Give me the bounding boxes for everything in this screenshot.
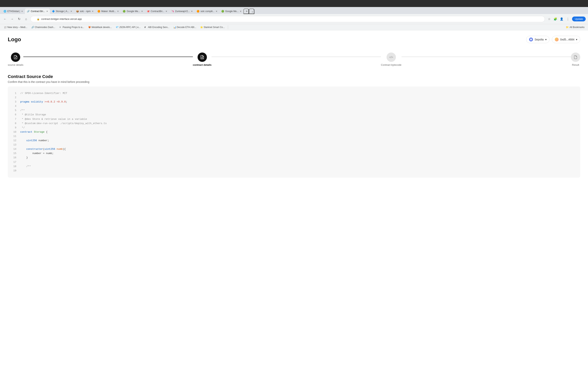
step-contract-details: contract details <box>193 53 211 66</box>
tab-solc-npm[interactable]: 📦 solc - npm ✕ <box>74 9 95 14</box>
tab-close-icon[interactable]: ✕ <box>117 10 119 13</box>
tab-close-icon[interactable]: ✕ <box>92 10 94 13</box>
code-content: pragma solidity >=0.8.2 <0.9.0; <box>20 100 67 104</box>
step-connector-3 <box>401 57 571 57</box>
code-content: */ <box>20 126 25 130</box>
bookmark-favicon: # <box>145 26 147 29</box>
back-button[interactable]: ← <box>2 16 8 22</box>
tab-label: Google Me... <box>126 10 140 13</box>
bookmark-metamask[interactable]: 🦊 MetaMask develo... <box>86 25 113 29</box>
bookmarks-divider <box>228 25 228 29</box>
tab-favicon: 🌐 <box>3 10 6 13</box>
chevron-down-icon: ▾ <box>576 38 577 41</box>
line-number: 17 <box>12 160 16 164</box>
address-bar[interactable]: 🔒 contract-bridger-interface.vercel.app <box>30 16 545 22</box>
bookmark-starknet[interactable]: ⭐ Starknet Smart Co... <box>199 25 226 29</box>
network-icon <box>529 38 533 42</box>
tab-maker[interactable]: 🟠 Maker: Multi... ✕ <box>95 9 121 14</box>
wallet-selector[interactable]: 0xd5...4684 ▾ <box>552 36 580 43</box>
tab-ethglobal[interactable]: 🌐 ETHGlobal | ✕ <box>1 9 25 14</box>
code-line-15: 15 number = numb; <box>12 151 576 156</box>
tab-contractbri-github[interactable]: 🐙 ContractBri... ✕ <box>145 9 169 14</box>
tab-list-button[interactable]: ⌄ <box>249 9 254 14</box>
bookmark-label: MetaMask develo... <box>92 26 112 29</box>
bookmark-decode-eth[interactable]: 📊 Decode ETH ABI... <box>172 25 198 29</box>
tab-google-meet-1[interactable]: 🟢 Google Me... ✕ <box>121 9 145 14</box>
code-content <box>20 169 22 173</box>
wallet-address: 0xd5...4684 <box>560 38 574 41</box>
tab-favicon: 🔗 <box>27 10 30 13</box>
bookmark-json-rpc[interactable]: 💎 JSON-RPC API | e... <box>114 25 142 29</box>
tab-close-icon[interactable]: ✕ <box>21 10 23 13</box>
line-number: 6 <box>12 113 16 117</box>
tab-google-meet-2[interactable]: 🟢 Google Me... ✕ <box>219 9 243 14</box>
bookmark-star-icon[interactable]: ☆ <box>546 16 552 22</box>
all-bookmarks-button[interactable]: 📁 All Bookmarks <box>565 25 586 29</box>
tab-close-icon[interactable]: ✕ <box>216 10 217 13</box>
code-content: /** <box>20 108 25 113</box>
bookmark-favicon: 💎 <box>116 26 118 29</box>
line-number: 1 <box>12 91 16 95</box>
step-source-details: source details <box>8 53 23 66</box>
line-number: 15 <box>12 151 16 156</box>
bookmark-passing-props[interactable]: ⚛ Passing Props to a... <box>58 25 86 29</box>
forward-button[interactable]: → <box>9 16 15 22</box>
code-content: * @custom:dev-run-script ./scripts/deplo… <box>20 121 107 126</box>
tab-close-icon[interactable]: ✕ <box>46 10 48 13</box>
step-result: Result <box>571 53 580 66</box>
tab-close-icon[interactable]: ✕ <box>240 10 242 13</box>
bookmark-chainnodes[interactable]: 🔗 Chainnodes Dash... <box>30 25 57 29</box>
all-bookmarks-label: All Bookmarks <box>569 26 585 29</box>
tab-contract-bridger[interactable]: 🔗 Contract Bri... ✕ <box>25 9 50 14</box>
menu-icon[interactable]: ⋮ <box>565 16 570 22</box>
code-line-10: 10 contract Storage { <box>12 130 576 134</box>
code-content <box>20 160 22 164</box>
tab-close-icon[interactable]: ✕ <box>166 10 167 13</box>
tab-favicon: 🟠 <box>97 10 100 13</box>
code-line-4: 4 <box>12 104 576 108</box>
tab-label: Contract Bri... <box>31 10 45 13</box>
code-content: uint256 number; <box>20 138 49 143</box>
code-line-1: 1 // SPDX-License-Identifier: MIT <box>12 91 576 95</box>
tab-close-icon[interactable]: ✕ <box>70 10 72 13</box>
bookmark-favicon: ⚛ <box>59 26 62 29</box>
code-content: * @dev Store & retrieve value in a varia… <box>20 117 87 121</box>
bookmark-favicon: 📊 <box>173 26 176 29</box>
tab-close-icon[interactable]: ✕ <box>191 10 193 13</box>
code-line-7: 7 * @dev Store & retrieve value in a var… <box>12 117 576 121</box>
bookmark-label: JSON-RPC API | e... <box>119 26 141 29</box>
code-line-6: 6 * @title Storage <box>12 113 576 117</box>
network-selector[interactable]: Sepolia ▾ <box>526 36 549 43</box>
tab-label: Storage | A... <box>56 10 69 13</box>
profile-icon[interactable]: 👤 <box>559 16 564 22</box>
tab-close-icon[interactable]: ✕ <box>141 10 143 13</box>
tab-storage[interactable]: 🔷 Storage | A... ✕ <box>50 9 74 14</box>
line-number: 10 <box>12 130 16 134</box>
step-circle <box>11 53 20 62</box>
bookmark-favicon: 🔗 <box>31 26 34 29</box>
code-line-16: 16 } <box>12 156 576 160</box>
tab-zuniswap[interactable]: 🦄 ZuniswapV2... ✕ <box>169 9 195 14</box>
line-number: 4 <box>12 104 16 108</box>
home-button[interactable]: ⌂ <box>23 16 29 22</box>
step-connector-2 <box>211 57 381 57</box>
step-circle: </> <box>387 53 396 62</box>
update-button[interactable]: Update <box>572 17 586 21</box>
new-tab-button[interactable]: + <box>243 9 249 14</box>
folder-icon: 📁 <box>566 26 569 29</box>
tab-label: ContractBri... <box>151 10 164 13</box>
code-line-11: 11 <box>12 134 576 138</box>
step-label: contract details <box>193 64 211 66</box>
bookmark-new-story[interactable]: 📰 New story – Medi... <box>2 25 29 29</box>
line-number: 18 <box>12 164 16 169</box>
code-line-3: 3 pragma solidity >=0.8.2 <0.9.0; <box>12 100 576 104</box>
line-number: 7 <box>12 117 16 121</box>
bookmark-favicon: ⭐ <box>200 26 203 29</box>
tab-solc-compile[interactable]: 🟠 solc compili... ✕ <box>195 9 219 14</box>
extensions-icon[interactable]: 🧩 <box>553 16 558 22</box>
bookmark-abi-encoding[interactable]: # ABI Encoding Serv... <box>143 25 171 29</box>
code-content: /** <box>20 164 31 169</box>
section-subtitle: Confirm that this is the contract you ha… <box>8 80 580 84</box>
line-number: 2 <box>12 95 16 100</box>
reload-button[interactable]: ↻ <box>16 16 22 22</box>
